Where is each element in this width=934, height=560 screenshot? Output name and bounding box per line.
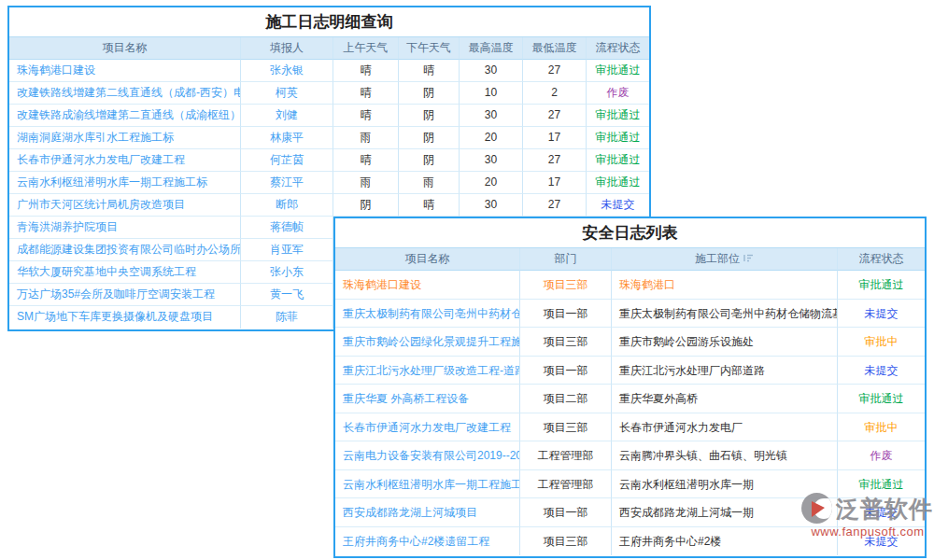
cell-project-name[interactable]: 重庆太极制药有限公司亳州中药材仓... [335,300,520,329]
table-row[interactable]: 长春市伊通河水力发电厂改建工程何芷茵晴阴3027审批通过 [9,149,649,172]
cell-reporter[interactable]: 蒋德帧 [241,217,333,239]
cell-min-temp: 17 [523,127,587,149]
cell-pm-weather: 阴 [399,82,460,105]
cell-pm-weather: 阴 [399,149,460,172]
cell-am-weather: 晴 [333,105,399,127]
cell-project-name[interactable]: 华软大厦研究基地中央空调系统工程 [9,261,241,284]
cell-project-name[interactable]: 西安成都路龙湖上河城项目 [335,498,520,527]
cell-project-name[interactable]: 珠海鹤港口建设 [9,60,241,82]
cell-project-name[interactable]: 长春市伊通河水力发电厂改建工程 [9,149,241,172]
cell-department: 项目三部 [520,527,612,556]
cell-status: 审批通过 [587,60,649,82]
cell-department: 项目三部 [520,271,612,300]
column-header-status: 流程状态 [587,37,649,60]
table-row[interactable]: 珠海鹤港口建设张永银晴晴3027审批通过 [9,60,649,82]
cell-min-temp: 17 [523,172,587,194]
cell-project-name[interactable]: 青海洪湖养护院项目 [9,217,241,239]
cell-min-temp: 27 [523,105,587,127]
cell-project-name[interactable]: 改建铁路成渝线增建第二直通线（成渝枢纽）电力线 [9,105,241,127]
table-row[interactable]: 改建铁路成渝线增建第二直通线（成渝枢纽）电力线刘健晴阴3027审批通过 [9,105,649,127]
cell-status: 未提交 [587,194,649,217]
cell-project-name[interactable]: 云南电力设备安装有限公司2019--202... [335,441,520,470]
table-row[interactable]: 云南电力设备安装有限公司2019--202...工程管理部云南腾冲界头镇、曲石镇… [335,441,925,470]
cell-max-temp: 30 [460,105,523,127]
cell-project-name[interactable]: 重庆江北污水处理厂级改造工程-道路... [335,357,520,385]
column-header-project-name: 项目名称 [335,248,520,271]
cell-max-temp: 20 [460,172,523,194]
cell-reporter[interactable]: 张永银 [241,60,333,82]
cell-reporter[interactable]: 陈菲 [241,306,333,329]
cell-max-temp: 20 [460,127,523,149]
cell-reporter[interactable]: 蔡江平 [241,172,333,194]
cell-reporter[interactable]: 何芷茵 [241,149,333,172]
column-header-status: 流程状态 [838,248,925,271]
cell-max-temp: 30 [460,149,523,172]
cell-project-name[interactable]: 广州市天河区统计局机房改造项目 [9,194,241,217]
cell-project-name[interactable]: 成都能源建设集团投资有限公司临时办公场所装修工程 [9,239,241,261]
cell-am-weather: 阴 [333,194,399,217]
cell-status: 审批通过 [838,271,925,300]
cell-construction-site: 重庆市鹅岭公园游乐设施处 [612,328,838,357]
cell-project-name[interactable]: 重庆华夏 外高桥工程设备 [335,385,520,413]
cell-department: 项目三部 [520,328,612,357]
cell-pm-weather: 雨 [399,172,460,194]
safety-log-panel: 安全日志列表 项目名称部门施工部位流程状态 珠海鹤港口建设项目三部珠海鹤港口审批… [333,217,927,558]
table-row[interactable]: 重庆江北污水处理厂级改造工程-道路...项目一部重庆江北污水处理厂内部道路未提交 [335,357,925,385]
cell-pm-weather: 阴 [399,127,460,149]
cell-construction-site: 长春市伊通河水力发电厂 [612,413,838,442]
table-row[interactable]: 云南水利枢纽潜明水库一期工程施工标蔡江平雨雨2017审批通过 [9,172,649,194]
cell-department: 工程管理部 [520,470,612,499]
cell-reporter[interactable]: 断郎 [241,194,333,217]
cell-reporter[interactable]: 张小东 [241,261,333,284]
table-row[interactable]: 重庆华夏 外高桥工程设备项目二部重庆华夏外高桥审批通过 [335,385,925,413]
cell-department: 工程管理部 [520,441,612,470]
cell-reporter[interactable]: 柯英 [241,82,333,105]
cell-project-name[interactable]: 万达广场35#会所及咖啡厅空调安装工程 [9,284,241,306]
construction-log-title: 施工日志明细查询 [9,7,649,37]
cell-department: 项目三部 [520,413,612,442]
table-row[interactable]: 广州市天河区统计局机房改造项目断郎阴晴3027未提交 [9,194,649,217]
table-row[interactable]: 长春市伊通河水力发电厂改建工程项目三部长春市伊通河水力发电厂审批中 [335,413,925,442]
table-row[interactable]: 重庆太极制药有限公司亳州中药材仓...项目一部重庆太极制药有限公司亳州中药材仓储… [335,300,925,329]
cell-status: 审批通过 [838,385,925,413]
cell-status: 审批通过 [838,470,925,499]
cell-project-name[interactable]: 云南水利枢纽潜明水库一期工程施工标 [9,172,241,194]
column-header-construction-site[interactable]: 施工部位 [612,248,838,271]
table-row[interactable]: 西安成都路龙湖上河城项目项目一部西安成都路龙湖上河城一期未提交 [335,498,925,527]
cell-project-name[interactable]: 湖南洞庭湖水库引水工程施工标 [9,127,241,149]
cell-construction-site: 西安成都路龙湖上河城一期 [612,498,838,527]
table-row[interactable]: 重庆市鹅岭公园绿化景观提升工程施工项目三部重庆市鹅岭公园游乐设施处审批中 [335,328,925,357]
cell-status: 未提交 [838,357,925,385]
table-row[interactable]: 湖南洞庭湖水库引水工程施工标林康平雨阴2017审批通过 [9,127,649,149]
cell-am-weather: 雨 [333,172,399,194]
cell-status: 作废 [838,441,925,470]
column-header-max-temp: 最高温度 [460,37,523,60]
cell-project-name[interactable]: 长春市伊通河水力发电厂改建工程 [335,413,520,442]
cell-project-name[interactable]: 王府井商务中心#2楼遗留工程 [335,527,520,556]
column-header-department: 部门 [520,248,612,271]
table-row[interactable]: 珠海鹤港口建设项目三部珠海鹤港口审批通过 [335,271,925,300]
cell-status: 审批中 [838,328,925,357]
cell-project-name[interactable]: 重庆市鹅岭公园绿化景观提升工程施工 [335,328,520,357]
cell-project-name[interactable]: SM广场地下车库更换摄像机及硬盘项目 [9,306,241,329]
cell-construction-site: 珠海鹤港口 [612,271,838,300]
cell-construction-site: 云南腾冲界头镇、曲石镇、明光镇 [612,441,838,470]
cell-pm-weather: 阴 [399,105,460,127]
cell-project-name[interactable]: 珠海鹤港口建设 [335,271,520,300]
cell-project-name[interactable]: 云南水利枢纽潜明水库一期工程施工标 [335,470,520,499]
cell-am-weather: 晴 [333,149,399,172]
table-row[interactable]: 改建铁路线增建第二线直通线（成都-西安）电力线柯英晴阴102作废 [9,82,649,105]
cell-project-name[interactable]: 改建铁路线增建第二线直通线（成都-西安）电力线 [9,82,241,105]
cell-am-weather: 晴 [333,60,399,82]
cell-reporter[interactable]: 林康平 [241,127,333,149]
table-row[interactable]: 王府井商务中心#2楼遗留工程项目三部王府井商务中心#2楼未提交 [335,527,925,556]
cell-reporter[interactable]: 黄一飞 [241,284,333,306]
table-row[interactable]: 云南水利枢纽潜明水库一期工程施工标工程管理部云南水利枢纽潜明水库一期审批通过 [335,470,925,499]
header-row: 项目名称部门施工部位流程状态 [335,248,925,271]
cell-status: 审批通过 [587,105,649,127]
safety-log-body: 珠海鹤港口建设项目三部珠海鹤港口审批通过重庆太极制药有限公司亳州中药材仓...项… [335,271,925,555]
cell-reporter[interactable]: 肖亚军 [241,239,333,261]
cell-reporter[interactable]: 刘健 [241,105,333,127]
cell-status: 未提交 [838,498,925,527]
cell-min-temp: 2 [523,82,587,105]
